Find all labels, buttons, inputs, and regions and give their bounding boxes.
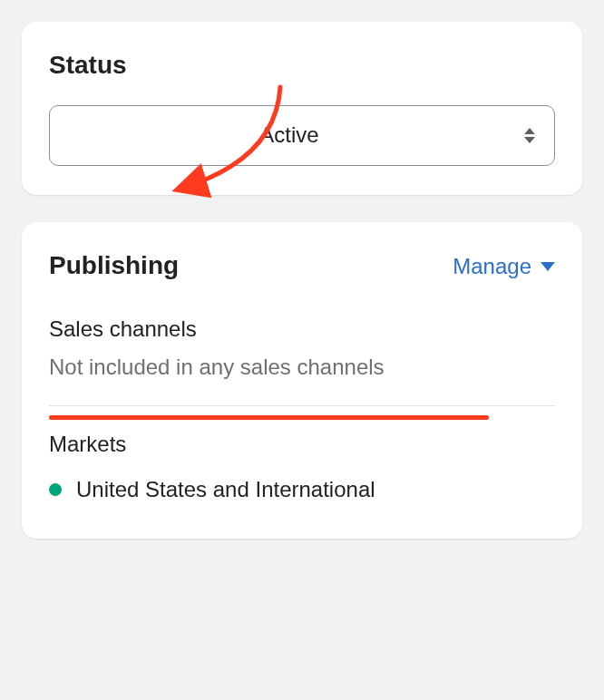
manage-button[interactable]: Manage bbox=[453, 254, 555, 279]
publishing-title: Publishing bbox=[49, 251, 179, 280]
status-card: Status Active bbox=[22, 22, 582, 195]
publishing-header: Publishing Manage bbox=[49, 251, 555, 280]
status-select[interactable]: Active bbox=[49, 105, 555, 166]
market-name: United States and International bbox=[76, 477, 375, 502]
caret-down-icon bbox=[541, 262, 555, 271]
market-row: United States and International bbox=[49, 477, 555, 502]
divider bbox=[49, 405, 555, 406]
status-select-wrap: Active bbox=[49, 105, 555, 166]
sales-channels-text: Not included in any sales channels bbox=[49, 355, 555, 380]
manage-label: Manage bbox=[453, 254, 531, 279]
status-select-value: Active bbox=[259, 122, 318, 147]
sales-channels-label: Sales channels bbox=[49, 316, 555, 342]
publishing-card: Publishing Manage Sales channels Not inc… bbox=[22, 222, 582, 539]
status-dot-icon bbox=[49, 483, 62, 496]
markets-label: Markets bbox=[49, 432, 555, 457]
annotation-underline bbox=[49, 415, 489, 420]
status-title: Status bbox=[49, 51, 555, 80]
